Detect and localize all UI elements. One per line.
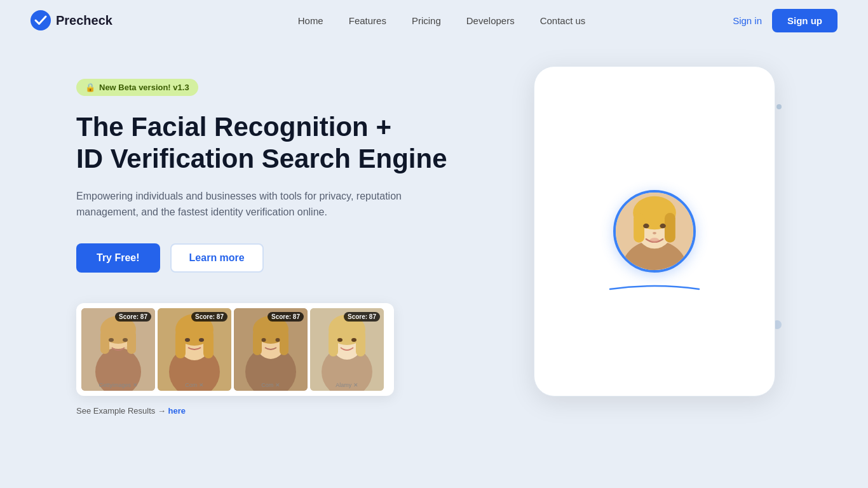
svg-rect-14 bbox=[175, 330, 186, 358]
hero-title-line1: The Facial Recognition + bbox=[76, 112, 391, 142]
see-example-prefix: See Example Results → bbox=[76, 406, 166, 416]
nav-contact[interactable]: Contact us bbox=[540, 15, 586, 26]
svg-point-17 bbox=[199, 338, 204, 342]
navbar: Precheck Home Features Pricing Developer… bbox=[0, 0, 868, 41]
hero-subtitle: Empowering individuals and businesses wi… bbox=[76, 188, 419, 220]
svg-point-32 bbox=[337, 338, 342, 342]
beta-badge: 🔒 New Beta version! v1.3 bbox=[76, 79, 198, 96]
nav-pricing[interactable]: Pricing bbox=[412, 15, 441, 26]
svg-rect-31 bbox=[356, 330, 365, 356]
hero-left: 🔒 New Beta version! v1.3 The Facial Reco… bbox=[76, 66, 483, 416]
result-card-3: Score: 87 Com ✕ bbox=[234, 308, 308, 391]
hero-right bbox=[521, 66, 788, 396]
svg-rect-7 bbox=[127, 330, 136, 354]
see-example-link[interactable]: here bbox=[168, 406, 186, 416]
hero-title: The Facial Recognition + ID Verification… bbox=[76, 111, 483, 175]
svg-point-46 bbox=[649, 238, 659, 243]
svg-point-25 bbox=[276, 338, 280, 342]
svg-rect-23 bbox=[280, 330, 288, 355]
lock-icon: 🔒 bbox=[85, 83, 95, 92]
logo-icon bbox=[31, 10, 51, 30]
card-source-3: Com ✕ bbox=[234, 382, 308, 388]
nav-actions: Sign in Sign up bbox=[733, 9, 837, 32]
svg-point-33 bbox=[351, 338, 356, 342]
logo[interactable]: Precheck bbox=[31, 10, 112, 30]
svg-rect-42 bbox=[665, 213, 675, 243]
svg-rect-22 bbox=[253, 330, 262, 355]
scan-arc bbox=[604, 283, 705, 295]
nav-features[interactable]: Features bbox=[349, 15, 386, 26]
score-badge-2: Score: 87 bbox=[191, 312, 227, 322]
nav-links: Home Features Pricing Developers Contact… bbox=[151, 15, 733, 26]
hero-buttons: Try Free! Learn more bbox=[76, 243, 483, 273]
svg-rect-41 bbox=[634, 213, 644, 243]
try-free-button[interactable]: Try Free! bbox=[76, 243, 160, 273]
result-cards-container: Score: 87 Gettyimages ✕ bbox=[76, 303, 394, 396]
nav-home[interactable]: Home bbox=[298, 15, 323, 26]
score-badge-3: Score: 87 bbox=[268, 312, 304, 322]
svg-point-45 bbox=[653, 232, 656, 234]
card-source-2: Com ✕ bbox=[158, 382, 231, 388]
learn-more-button[interactable]: Learn more bbox=[170, 243, 264, 273]
see-example: See Example Results → here bbox=[76, 406, 483, 416]
svg-point-16 bbox=[185, 338, 190, 342]
svg-point-0 bbox=[31, 10, 51, 30]
svg-point-24 bbox=[262, 338, 266, 342]
hero-section: 🔒 New Beta version! v1.3 The Facial Reco… bbox=[0, 41, 868, 416]
score-badge-1: Score: 87 bbox=[115, 312, 151, 322]
avatar bbox=[613, 190, 696, 273]
result-card-2: Score: 87 Com ✕ bbox=[158, 308, 231, 391]
svg-point-8 bbox=[109, 338, 114, 342]
sign-up-button[interactable]: Sign up bbox=[772, 9, 837, 32]
sign-in-button[interactable]: Sign in bbox=[733, 15, 762, 26]
beta-badge-text: New Beta version! v1.3 bbox=[99, 83, 189, 92]
score-badge-4: Score: 87 bbox=[344, 312, 380, 322]
card-source-4: Alamy ✕ bbox=[310, 382, 384, 388]
svg-point-43 bbox=[643, 224, 649, 229]
svg-rect-15 bbox=[203, 330, 214, 358]
logo-text: Precheck bbox=[56, 13, 112, 28]
svg-point-44 bbox=[660, 224, 665, 229]
svg-point-9 bbox=[123, 338, 128, 342]
hero-title-line2: ID Verification Search Engine bbox=[76, 144, 447, 173]
nav-developers[interactable]: Developers bbox=[466, 15, 515, 26]
deco-dot-3 bbox=[776, 104, 782, 109]
svg-rect-30 bbox=[329, 330, 338, 356]
result-card-4: Score: 87 Alamy ✕ bbox=[310, 308, 384, 391]
phone-mockup bbox=[534, 66, 775, 396]
card-source-1: Gettyimages ✕ bbox=[81, 382, 155, 388]
result-card-1: Score: 87 Gettyimages ✕ bbox=[81, 308, 155, 391]
svg-rect-6 bbox=[100, 330, 109, 354]
